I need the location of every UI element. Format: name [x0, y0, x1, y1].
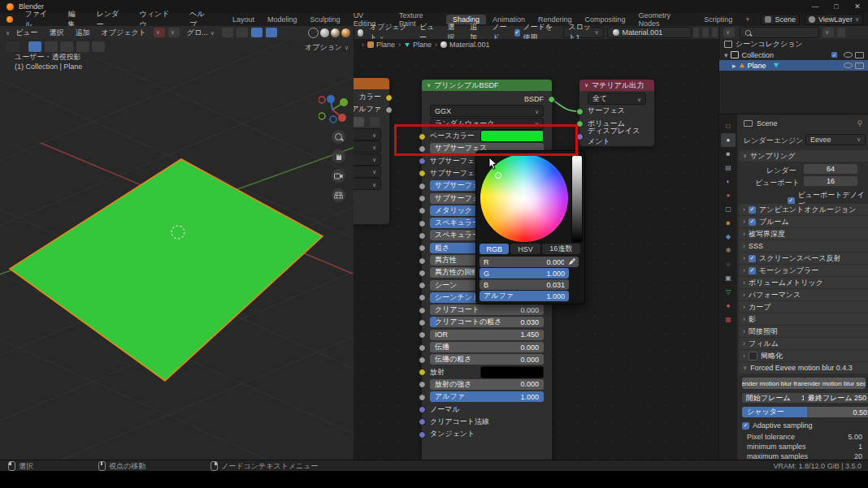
alpha-socket[interactable] — [419, 394, 426, 401]
overlays-toggle-icon[interactable] — [266, 28, 277, 37]
transmission-roughness-slider[interactable]: 伝播の粗さ0.000 — [430, 354, 544, 365]
tab-material[interactable]: ● — [721, 299, 736, 313]
collection-row[interactable]: ▾ Collection — [719, 50, 868, 60]
panel-simplify[interactable]: 簡略化 — [739, 350, 868, 361]
outliner-search-input[interactable] — [740, 27, 819, 38]
tab-constraints[interactable]: ▣ — [721, 271, 736, 285]
properties-editor[interactable]: □ ● ■ ▤ ◐ ● ▢ ■ ◆ ✻ ○ ▣ ▽ ● ▦ Scene ⚲ レン… — [718, 114, 868, 460]
open-image-folder-icon[interactable] — [354, 117, 364, 127]
surface-input-socket[interactable] — [576, 108, 584, 115]
new-material-icon[interactable] — [702, 28, 708, 37]
panel-motion-blur-addon[interactable]: Forced Eevee motion blur 0.4.3 — [739, 362, 868, 374]
adaptive-sampling-checkbox[interactable] — [742, 422, 749, 430]
panel-screen-space-reflections[interactable]: スクリーンスペース反射 — [739, 253, 868, 264]
plane-camera-icon[interactable] — [855, 63, 864, 69]
emission-swatch[interactable] — [480, 366, 544, 378]
panel-motion-blur[interactable]: モーションブラー — [739, 265, 868, 276]
clearcoat-normal-socket[interactable] — [419, 418, 426, 425]
panel-indirect-lighting[interactable]: 間接照明 — [739, 326, 868, 337]
anisotropic-rotation-socket[interactable] — [419, 270, 426, 277]
specular-tint-socket[interactable] — [419, 232, 426, 240]
tab-world[interactable]: ● — [721, 188, 736, 202]
tab-rgb[interactable]: RGB — [480, 244, 509, 254]
render-motion-blur-frame-button[interactable]: Render motion blur frame — [742, 378, 805, 389]
output-node-header[interactable]: マテリアル出力 — [579, 80, 654, 91]
adaptive-sampling-row[interactable]: Adaptive sampling — [742, 421, 813, 430]
image-texture-node[interactable]: カラー アルファ — [354, 77, 390, 225]
metallic-socket[interactable] — [419, 207, 426, 214]
alpha-picker-slider[interactable]: アルファ1.000 — [480, 291, 569, 301]
normal-socket[interactable] — [419, 406, 426, 413]
transform-pivot-icon[interactable] — [168, 28, 180, 37]
clearcoat-slider[interactable]: クリアコート0.000 — [430, 304, 544, 315]
tab-object[interactable]: ■ — [721, 216, 736, 230]
distribution-dropdown[interactable]: GGX — [430, 105, 544, 117]
tangent-socket[interactable] — [419, 431, 426, 438]
plane-eye-icon[interactable] — [844, 63, 853, 68]
navigation-gizmo[interactable] — [319, 89, 353, 123]
rotate-tool-icon[interactable] — [76, 41, 89, 52]
tab-scripting[interactable]: Scripting — [697, 15, 739, 24]
viewlayer-selector[interactable]: ViewLayer — [805, 14, 863, 25]
editor-type-chevron[interactable] — [3, 28, 10, 37]
value-slider[interactable] — [571, 155, 583, 243]
tab-physics[interactable]: ○ — [721, 257, 736, 271]
viewport-menu-select[interactable]: 選択 — [44, 28, 70, 38]
bsdf-output-socket[interactable] — [548, 96, 555, 103]
panel-volumetrics[interactable]: ボリュームメトリック — [739, 277, 868, 288]
tab-hsv[interactable]: HSV — [510, 244, 540, 254]
pixel-tolerance-row[interactable]: Pixel tolerance5.00 — [747, 433, 862, 441]
eyedropper-button[interactable] — [564, 257, 579, 267]
add-workspace-button[interactable]: + — [739, 15, 756, 24]
blue-slider[interactable]: B0.031 — [480, 279, 569, 290]
scale-tool-icon[interactable] — [92, 41, 105, 52]
panel-ambient-occlusion[interactable]: アンビエントオクルージョン — [739, 204, 868, 215]
material-output-node[interactable]: マテリアル出力 全て サーフェス ボリューム ディスプレイスメント — [579, 79, 655, 147]
transmission-socket[interactable] — [419, 344, 426, 352]
tab-hex[interactable]: 16進数 — [542, 244, 580, 254]
orientation-dropdown[interactable]: グロ... — [181, 28, 220, 38]
output-target-dropdown[interactable]: 全て — [588, 93, 646, 105]
tab-collection[interactable]: ▢ — [721, 202, 736, 216]
shutter-slider[interactable]: シャッター 0.50 — [742, 407, 868, 417]
panel-film[interactable]: フィルム — [739, 338, 868, 349]
pin-icon[interactable]: ⚲ — [857, 119, 862, 127]
start-frame-field[interactable]: 開始フレーム1 — [742, 393, 809, 403]
slot-dropdown[interactable]: スロット1 — [563, 27, 603, 38]
subsurface-color-socket[interactable] — [419, 170, 426, 177]
emission-strength-slider[interactable]: 放射の強さ0.000 — [430, 379, 544, 390]
image-option-dropdown[interactable] — [354, 128, 381, 140]
anisotropic-socket[interactable] — [419, 257, 426, 265]
scene-selector[interactable]: Scene — [761, 14, 800, 25]
collection-camera-icon[interactable] — [855, 52, 864, 58]
gizmo-toggle-icon[interactable] — [251, 28, 263, 37]
clearcoat-roughness-socket[interactable] — [419, 319, 426, 326]
color-picker-popup[interactable]: RGB HSV 16進数 R0.000 G1.000 B0.031 アルファ1.… — [475, 150, 585, 304]
engine-dropdown[interactable]: Eevee — [805, 134, 866, 145]
render-samples-field[interactable]: 64 — [804, 164, 857, 174]
fake-user-shield-icon[interactable] — [693, 28, 699, 37]
shading-wireframe-icon[interactable] — [308, 28, 319, 38]
plane-object-row[interactable]: ▸ Plane — [719, 60, 868, 71]
outliner-options-icon[interactable] — [837, 28, 845, 37]
shading-rendered-icon[interactable] — [341, 28, 350, 37]
bsdf-node-header[interactable]: プリンシプルBSDF — [422, 80, 552, 91]
image-option-dropdown[interactable] — [354, 166, 381, 178]
tab-render[interactable]: ● — [721, 133, 736, 147]
zoom-view-button[interactable] — [332, 130, 345, 144]
emission-socket[interactable] — [419, 369, 426, 376]
tab-sculpting[interactable]: Sculpting — [304, 15, 347, 24]
minimize-button[interactable] — [805, 0, 826, 13]
tab-particles[interactable]: ✻ — [721, 244, 736, 257]
color-output-socket[interactable] — [385, 94, 393, 101]
panel-sss[interactable]: SSS — [739, 240, 868, 252]
subsurface-anisotropy-socket[interactable] — [419, 195, 426, 202]
transmission-roughness-socket[interactable] — [419, 356, 426, 364]
material-name-field[interactable]: Material.001 — [607, 27, 692, 38]
viewport-3d[interactable]: オプション ユーザー・透視投影 (1) Collection | Plane — [0, 39, 354, 460]
perspective-toggle-button[interactable] — [332, 188, 345, 202]
tab-scene[interactable]: ◐ — [721, 175, 736, 188]
select-box-tool-icon[interactable] — [28, 41, 41, 52]
specular-socket[interactable] — [419, 220, 426, 227]
shader-editor[interactable]: Plane Plane Material.001 カラー アルファ — [354, 39, 718, 460]
